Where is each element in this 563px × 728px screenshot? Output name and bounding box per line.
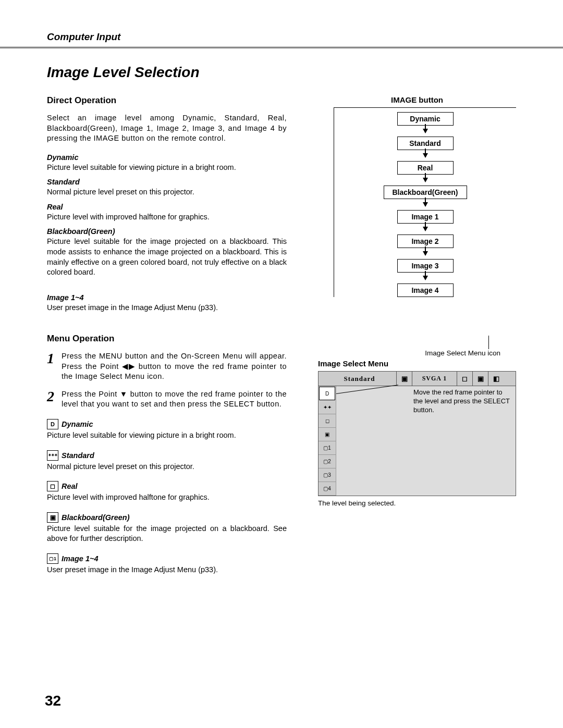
ism-side-dynamic: D bbox=[319, 387, 335, 400]
ism-bar-standard: Standard bbox=[319, 372, 397, 386]
ism-main: Move the red frame pointer to the level … bbox=[336, 386, 516, 496]
menu-real-row: Real bbox=[47, 481, 287, 491]
arrow-down-icon bbox=[423, 276, 428, 280]
menu-image14-desc: User preset image in the Image Adjust Me… bbox=[47, 565, 287, 575]
dynamic-label: Dynamic bbox=[47, 153, 287, 162]
ism-sidebar: D ✦✦ ◻ ▣ ▢1 ▢2 ▢3 ▢4 bbox=[319, 386, 336, 496]
step-1-number: 1 bbox=[47, 351, 54, 382]
standard-label: Standard bbox=[47, 178, 287, 186]
columns: Direct Operation Select an image level a… bbox=[47, 95, 516, 580]
image-select-menu-block: Image Select Menu icon Image Select Menu… bbox=[318, 349, 516, 507]
direct-intro: Select an image level among Dynamic, Sta… bbox=[47, 113, 287, 144]
menu-image14-label: Image 1~4 bbox=[62, 554, 99, 563]
menu-dynamic-label: Dynamic bbox=[62, 420, 93, 428]
menu-blackboard-label: Blackboard(Green) bbox=[62, 513, 130, 522]
menu-standard-label: Standard bbox=[62, 451, 94, 460]
right-column: IMAGE button Dynamic Standard Real Black… bbox=[318, 95, 516, 580]
ism-bar-icon3: ▣ bbox=[473, 372, 488, 386]
point-down-icon: ▼ bbox=[120, 389, 128, 400]
pointer-line bbox=[336, 385, 398, 394]
page-title: Image Level Selection bbox=[47, 64, 516, 81]
menu-standard-row: Standard bbox=[47, 450, 287, 461]
direct-operation-heading: Direct Operation bbox=[47, 95, 287, 106]
menu-blackboard-desc: Picture level suitable for the image pro… bbox=[47, 524, 287, 544]
flow-image4: Image 4 bbox=[397, 283, 454, 297]
ism-side-image4: ▢4 bbox=[319, 482, 336, 496]
header-rule bbox=[0, 47, 563, 48]
arrow-down-icon bbox=[423, 129, 428, 133]
flow-container: Dynamic Standard Real Blackboard(Green) … bbox=[334, 107, 516, 297]
ism-side-image3: ▢3 bbox=[319, 468, 336, 482]
dynamic-icon: D bbox=[47, 419, 58, 429]
ism-bar-icon2: ◻ bbox=[457, 372, 473, 386]
ism-bar-svga: SVGA 1 bbox=[412, 372, 457, 386]
flowchart: Dynamic Standard Real Blackboard(Green) … bbox=[345, 112, 506, 297]
real-icon bbox=[47, 481, 58, 491]
ism-box: Standard ▣ SVGA 1 ◻ ▣ ◧ D ✦✦ ◻ ▣ ▢1 ▢2 bbox=[318, 371, 516, 496]
page-number: 32 bbox=[45, 693, 61, 709]
ism-side-blackboard: ▣ bbox=[319, 428, 336, 441]
arrow-down-icon bbox=[423, 178, 428, 182]
ism-title: Image Select Menu bbox=[318, 359, 516, 368]
left-column: Direct Operation Select an image level a… bbox=[47, 95, 287, 580]
blackboard-desc: Picture level suitable for the image pro… bbox=[47, 237, 287, 277]
standard-icon bbox=[47, 450, 58, 461]
arrow-down-icon bbox=[423, 202, 428, 207]
dynamic-desc: Picture level suitable for viewing pictu… bbox=[47, 163, 287, 173]
ism-caption: The level being selected. bbox=[318, 499, 516, 507]
ism-bar-icon1: ▣ bbox=[397, 372, 412, 386]
image14-desc: User preset image in the Image Adjust Me… bbox=[47, 303, 287, 313]
real-desc: Picture level with improved halftone for… bbox=[47, 212, 287, 223]
ism-side-image1: ▢1 bbox=[319, 441, 336, 455]
section-header: Computer Input bbox=[47, 31, 516, 43]
ism-side-real: ◻ bbox=[319, 414, 336, 428]
menu-real-label: Real bbox=[62, 482, 78, 490]
menu-dynamic-desc: Picture level suitable for viewing pictu… bbox=[47, 430, 287, 441]
step2-text-a: Press the Point bbox=[62, 390, 120, 398]
menu-dynamic-row: D Dynamic bbox=[47, 419, 287, 429]
ism-body: D ✦✦ ◻ ▣ ▢1 ▢2 ▢3 ▢4 Move the red frame … bbox=[319, 386, 516, 496]
menu-image14-row: ▢1 Image 1~4 bbox=[47, 553, 287, 564]
blackboard-label: Blackboard(Green) bbox=[47, 227, 287, 236]
step-2-text: Press the Point ▼ button to move the red… bbox=[62, 389, 287, 410]
ism-side-standard: ✦✦ bbox=[319, 401, 336, 414]
image14-label: Image 1~4 bbox=[47, 293, 287, 302]
ism-tip: Move the red frame pointer to the level … bbox=[413, 388, 512, 415]
image1-icon: ▢1 bbox=[47, 553, 58, 564]
arrow-down-icon bbox=[423, 227, 428, 231]
point-left-right-icon: ◀▶ bbox=[122, 362, 135, 372]
leader-line bbox=[488, 336, 489, 349]
menu-real-desc: Picture level with improved halftone for… bbox=[47, 492, 287, 503]
flow-title: IMAGE button bbox=[318, 95, 516, 104]
ism-side-image2: ▢2 bbox=[319, 455, 336, 468]
ism-bar-icon4: ◧ bbox=[488, 372, 504, 386]
ism-icon-label: Image Select Menu icon bbox=[318, 349, 516, 357]
menu-standard-desc: Normal picture level preset on this proj… bbox=[47, 462, 287, 472]
step-1-text: Press the MENU button and the On-Screen … bbox=[62, 351, 287, 382]
menu-blackboard-row: Blackboard(Green) bbox=[47, 512, 287, 523]
menu-operation-section: Menu Operation 1 Press the MENU button a… bbox=[47, 334, 287, 575]
step-2-number: 2 bbox=[47, 389, 54, 410]
ism-menu-bar: Standard ▣ SVGA 1 ◻ ▣ ◧ bbox=[319, 372, 516, 386]
step-2: 2 Press the Point ▼ button to move the r… bbox=[47, 389, 287, 410]
step-1: 1 Press the MENU button and the On-Scree… bbox=[47, 351, 287, 382]
real-label: Real bbox=[47, 203, 287, 211]
menu-operation-heading: Menu Operation bbox=[47, 334, 287, 344]
standard-desc: Normal picture level preset on this proj… bbox=[47, 187, 287, 198]
arrow-down-icon bbox=[423, 251, 428, 256]
arrow-down-icon bbox=[423, 153, 428, 158]
blackboard-icon bbox=[47, 512, 58, 523]
